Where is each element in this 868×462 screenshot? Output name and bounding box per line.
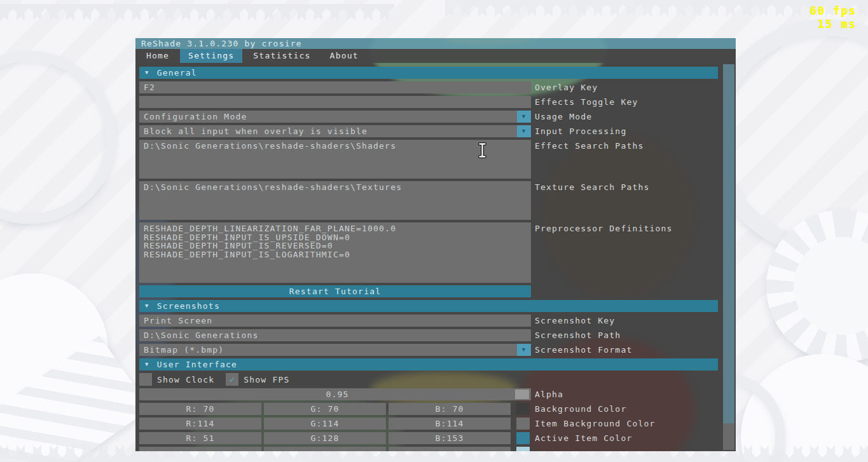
- desktop: 60 fps 15 ms ReShade 3.1.0.230 by crosir…: [0, 0, 868, 462]
- effects-toggle-key-input[interactable]: [139, 96, 531, 108]
- screenshot-key-label: Screenshot Key: [535, 315, 615, 327]
- screenshot-key-input[interactable]: Print Screen: [139, 315, 531, 327]
- dropdown-arrow-icon[interactable]: ▼: [517, 125, 531, 137]
- tab-bar: Home Settings Statistics About: [135, 49, 736, 63]
- active-item-color-b-drag[interactable]: B:153: [389, 432, 511, 444]
- checkbox-row: Show Clock ✓ Show FPS: [139, 373, 718, 386]
- effect-search-paths-textarea[interactable]: D:\Sonic Generations\reshade-shaders\Sha…: [139, 140, 531, 179]
- settings-panel: ▼ General F2 Overlay Key Effects Toggle …: [135, 63, 736, 451]
- section-title: General: [157, 67, 197, 79]
- background-color-label: Background Color: [535, 404, 626, 414]
- section-header-user-interface[interactable]: ▼ User Interface: [139, 358, 718, 370]
- active-item-color-label: Active Item Color: [535, 433, 632, 443]
- item-background-color-g-drag[interactable]: G:114: [264, 418, 386, 430]
- setting-row-alpha: 0.95 Alpha: [139, 388, 718, 400]
- clipped-color-r-drag[interactable]: [139, 447, 261, 451]
- fps-value: 60 fps: [810, 4, 857, 18]
- item-background-color-b-drag[interactable]: B:114: [389, 418, 511, 430]
- background-color-g-drag[interactable]: G: 70: [264, 403, 386, 415]
- background-color-swatch[interactable]: [516, 403, 530, 415]
- zigzag-band: [0, 4, 394, 20]
- collapse-arrow-icon: ▼: [145, 358, 149, 370]
- active-item-color-swatch[interactable]: [516, 432, 530, 444]
- input-processing-value: Block all input when overlay is visible: [144, 126, 368, 136]
- alpha-slider[interactable]: 0.95: [139, 388, 531, 400]
- setting-row-screenshot-format: Bitmap (*.bmp) ▼ Screenshot Format: [139, 344, 718, 356]
- restart-tutorial-button[interactable]: Restart Tutorial: [139, 285, 531, 297]
- scrollbar-thumb[interactable]: [723, 64, 734, 423]
- item-background-color-r-drag[interactable]: R:114: [139, 418, 261, 430]
- background-color-r-drag[interactable]: R: 70: [139, 403, 261, 415]
- color-row-background: R: 70 G: 70 B: 70 Background Color: [139, 403, 718, 415]
- tab-statistics[interactable]: Statistics: [245, 49, 319, 63]
- setting-row-screenshot-key: Print Screen Screenshot Key: [139, 315, 718, 327]
- setting-row-effect-search-paths: D:\Sonic Generations\reshade-shaders\Sha…: [139, 140, 718, 179]
- preprocessor-definitions-textarea[interactable]: RESHADE_DEPTH_LINEARIZATION_FAR_PLANE=10…: [139, 222, 531, 283]
- setting-row-preprocessor-definitions: RESHADE_DEPTH_LINEARIZATION_FAR_PLANE=10…: [139, 222, 718, 283]
- dropdown-arrow-icon[interactable]: ▼: [517, 111, 531, 123]
- setting-row-input-processing: Block all input when overlay is visible …: [139, 125, 718, 137]
- show-fps-label: Show FPS: [244, 375, 289, 384]
- alpha-value: 0.95: [326, 390, 348, 399]
- color-row-item-background: R:114 G:114 B:114 Item Background Color: [139, 418, 718, 430]
- color-row-active-item: R: 51 G:128 B:153 Active Item Color: [139, 432, 718, 444]
- dropdown-arrow-icon[interactable]: ▼: [517, 344, 531, 356]
- alpha-label: Alpha: [535, 388, 563, 400]
- preprocessor-definitions-label: Preprocessor Definitions: [535, 222, 673, 234]
- ibeam-cursor: [478, 142, 487, 161]
- section-title: User Interface: [157, 358, 237, 370]
- setting-row-screenshot-path: D:\Sonic Generations Screenshot Path: [139, 329, 718, 341]
- section-header-screenshots[interactable]: ▼ Screenshots: [139, 300, 718, 312]
- setting-row-effects-toggle-key: Effects Toggle Key: [139, 96, 718, 108]
- scrollbar[interactable]: [723, 64, 734, 450]
- texture-search-paths-textarea[interactable]: D:\Sonic Generations\reshade-shaders\Tex…: [139, 181, 531, 220]
- fps-counter: 60 fps 15 ms: [810, 4, 857, 31]
- screenshot-format-label: Screenshot Format: [535, 344, 632, 356]
- tab-about[interactable]: About: [322, 49, 367, 63]
- input-processing-select[interactable]: Block all input when overlay is visible …: [139, 125, 531, 137]
- input-processing-label: Input Processing: [535, 125, 626, 137]
- usage-mode-value: Configuration Mode: [144, 112, 247, 121]
- window-title: ReShade 3.1.0.230 by crosire: [141, 39, 302, 48]
- texture-search-paths-label: Texture Search Paths: [535, 181, 650, 193]
- overlay-key-label: Overlay Key: [535, 81, 598, 93]
- tab-home[interactable]: Home: [138, 49, 177, 63]
- frametime-value: 15 ms: [810, 18, 857, 31]
- screenshot-path-label: Screenshot Path: [535, 329, 621, 341]
- clipped-color-g-drag[interactable]: [264, 447, 386, 451]
- active-item-color-r-drag[interactable]: R: 51: [139, 432, 261, 444]
- show-clock-checkbox[interactable]: [139, 373, 152, 386]
- setting-row-texture-search-paths: D:\Sonic Generations\reshade-shaders\Tex…: [139, 181, 718, 220]
- setting-row-overlay-key: F2 Overlay Key: [139, 81, 718, 93]
- collapse-arrow-icon: ▼: [145, 300, 149, 312]
- zigzag-band: [445, 0, 868, 17]
- screenshot-format-select[interactable]: Bitmap (*.bmp) ▼: [139, 344, 531, 356]
- usage-mode-select[interactable]: Configuration Mode ▼: [139, 111, 531, 123]
- window-titlebar[interactable]: ReShade 3.1.0.230 by crosire: [135, 38, 736, 49]
- collapse-arrow-icon: ▼: [145, 67, 149, 79]
- screenshot-path-input[interactable]: D:\Sonic Generations: [139, 329, 531, 341]
- overlay-key-input[interactable]: F2: [139, 81, 531, 93]
- effect-search-paths-label: Effect Search Paths: [535, 140, 644, 152]
- item-background-color-swatch[interactable]: [516, 418, 530, 430]
- section-header-general[interactable]: ▼ General: [139, 67, 718, 79]
- show-clock-label: Show Clock: [157, 375, 214, 384]
- active-item-color-g-drag[interactable]: G:128: [264, 432, 386, 444]
- clipped-color-swatch[interactable]: [516, 447, 530, 451]
- setting-row-usage-mode: Configuration Mode ▼ Usage Mode: [139, 111, 718, 123]
- section-title: Screenshots: [157, 300, 220, 312]
- screenshot-format-value: Bitmap (*.bmp): [144, 345, 224, 355]
- tab-settings[interactable]: Settings: [180, 49, 242, 63]
- background-color-b-drag[interactable]: B: 70: [389, 403, 511, 415]
- clipped-color-b-drag[interactable]: [389, 447, 511, 451]
- alpha-slider-grab[interactable]: [515, 390, 529, 399]
- item-background-color-label: Item Background Color: [535, 419, 656, 428]
- color-row-clipped: [139, 447, 718, 451]
- show-fps-checkbox[interactable]: ✓: [226, 373, 238, 386]
- usage-mode-label: Usage Mode: [535, 111, 592, 123]
- effects-toggle-key-label: Effects Toggle Key: [535, 96, 638, 108]
- reshade-window: ReShade 3.1.0.230 by crosire Home Settin…: [135, 38, 736, 451]
